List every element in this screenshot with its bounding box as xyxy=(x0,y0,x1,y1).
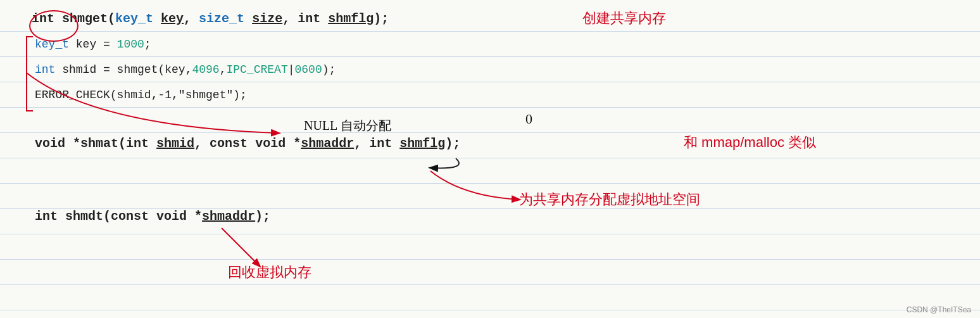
watermark: CSDN @TheITSea xyxy=(907,305,971,314)
kw-int-2: int xyxy=(298,11,320,26)
kw-void: void xyxy=(35,136,65,151)
param-size: size, xyxy=(244,11,298,26)
param-shmaddr: shmaddr xyxy=(301,136,354,151)
param-shmflg1: shmflg); xyxy=(320,11,389,26)
kw-int-shmdt: int xyxy=(35,209,58,224)
type-key_t: key_t xyxy=(115,11,153,26)
kw-key_t: key_t xyxy=(35,38,69,51)
val-ipc: IPC_CREAT xyxy=(226,63,287,76)
code-comma-ipc: , xyxy=(220,63,227,76)
code-line-2: key_t key = 1000; xyxy=(35,38,151,51)
kw-const2: const xyxy=(111,209,149,224)
kw-const: const xyxy=(210,136,248,151)
val-4096: 4096 xyxy=(192,63,219,76)
code-line-5: void *shmat(int shmid, const void *shmad… xyxy=(35,136,460,151)
annotation-null-auto: NULL 自动分配 xyxy=(304,117,391,134)
kw-void3: void xyxy=(156,209,187,224)
annotation-map-addr: 为共享内存分配虚拟地址空间 xyxy=(519,190,700,209)
val-0600: 0600 xyxy=(295,63,322,76)
code-paren3: ); xyxy=(322,63,336,76)
code-shmid-assign: shmid = shmget(key, xyxy=(55,63,192,76)
param-shmid-shmat: shmid xyxy=(156,136,194,151)
code-semicolon-2: ; xyxy=(144,38,151,51)
annotation-reclaim: 回收虚拟内存 xyxy=(228,263,311,282)
val-1000: 1000 xyxy=(117,38,144,51)
code-pipe: | xyxy=(288,63,295,76)
kw-int-shmat: int xyxy=(126,136,149,151)
main-content: int shmget(key_t key, size_t size, int s… xyxy=(0,0,980,18)
param-key: key, xyxy=(153,11,199,26)
code-line-1: int shmget(key_t key, size_t size, int s… xyxy=(32,11,389,26)
kw-int-1: int xyxy=(32,11,54,26)
kw-int-shmflg2: int xyxy=(369,136,392,151)
kw-void2: void xyxy=(255,136,286,151)
code-line-6: int shmdt(const void *shmaddr); xyxy=(35,209,270,224)
param-shmflg2: shmflg xyxy=(399,136,445,151)
code-error-check: ERROR_CHECK(shmid,-1,"shmget"); xyxy=(35,89,247,101)
code-key-assign: key = xyxy=(69,38,117,51)
fn-shmget: shmget( xyxy=(62,11,115,26)
annotation-zero: 0 xyxy=(525,111,532,127)
type-size_t: size_t xyxy=(199,11,244,26)
code-line-4: ERROR_CHECK(shmid,-1,"shmget"); xyxy=(35,89,247,101)
param-shmaddr2: shmaddr xyxy=(202,209,255,224)
kw-int-3: int xyxy=(35,63,55,76)
code-line-3: int shmid = shmget(key,4096,IPC_CREAT|06… xyxy=(35,63,336,76)
annotation-create-shm: 创建共享内存 xyxy=(582,9,666,28)
annotation-like-mmap: 和 mmap/malloc 类似 xyxy=(684,133,816,152)
